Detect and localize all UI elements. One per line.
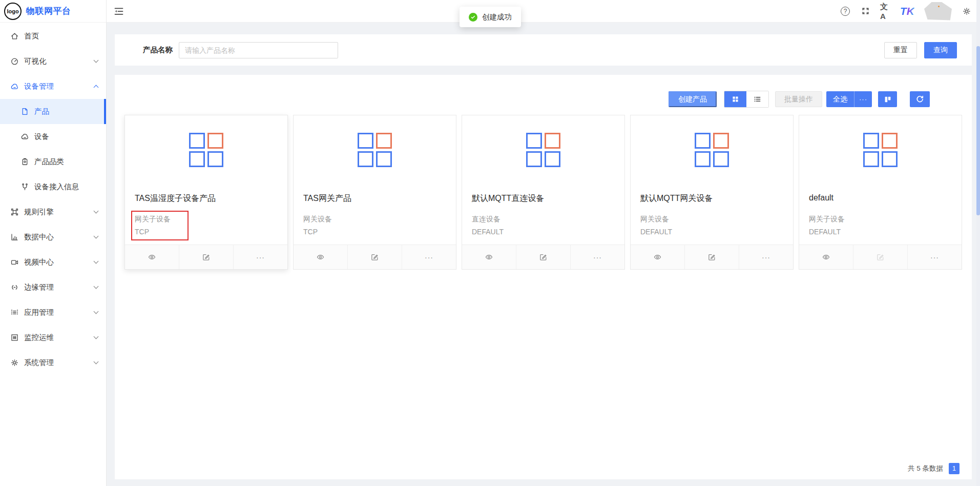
edit-button[interactable] [684, 245, 739, 269]
view-button[interactable] [462, 245, 516, 269]
create-product-button[interactable]: 创建产品 [669, 91, 717, 107]
product-card[interactable]: 默认MQTT网关设备 网关设备 DEFAULT ··· [630, 115, 794, 270]
sidebar-item-device[interactable]: 设备 [0, 124, 106, 149]
list-view-button[interactable] [746, 91, 768, 107]
sidebar-item-visualization[interactable]: 可视化 [0, 49, 106, 74]
product-card[interactable]: TAS网关产品 网关设备 TCP ··· [293, 115, 456, 270]
product-card[interactable]: TAS温湿度子设备产品 网关子设备 TCP ··· [124, 115, 288, 270]
help-icon[interactable]: ? [840, 6, 850, 16]
avatar[interactable] [924, 2, 952, 21]
card-view-button[interactable] [724, 91, 746, 107]
protocol: DEFAULT [640, 226, 672, 238]
edge-brackets-icon [10, 283, 19, 292]
query-button[interactable]: 查询 [924, 42, 957, 58]
sidebar-item-label: 视频中心 [24, 257, 54, 267]
column-settings-button[interactable] [878, 91, 897, 107]
batch-operation-button[interactable]: 批量操作 [775, 91, 822, 107]
app-list-icon [10, 308, 19, 317]
sidebar-item-home[interactable]: 首页 [0, 24, 106, 49]
sidebar-item-rule-engine[interactable]: 规则引擎 [0, 199, 106, 225]
view-button[interactable] [631, 245, 684, 269]
logo-row: logo 物联网平台 [0, 0, 106, 23]
edit-button[interactable] [347, 245, 402, 269]
select-all-split-button: 全选 ··· [826, 91, 872, 107]
product-grid-icon [125, 133, 287, 167]
translate-glyph: 文A [880, 2, 890, 21]
toolbar: 创建产品 批量操作 全选 ··· [669, 91, 930, 107]
product-title: 默认MQTT直连设备 [472, 193, 544, 204]
reset-button[interactable]: 重置 [884, 42, 917, 58]
square-blue [189, 133, 205, 149]
vertical-scrollbar[interactable] [976, 0, 980, 486]
view-button[interactable] [799, 245, 853, 269]
edit-icon [539, 253, 548, 261]
sidebar-item-system-management[interactable]: 系统管理 [0, 350, 106, 375]
sidebar-item-application-management[interactable]: 应用管理 [0, 300, 106, 325]
product-title: default [809, 193, 833, 202]
clipboard-icon [20, 157, 29, 166]
sidebar-item-data-center[interactable]: 数据中心 [0, 225, 106, 250]
edit-button[interactable] [516, 245, 570, 269]
more-button[interactable]: ··· [739, 245, 793, 269]
refresh-button[interactable] [910, 91, 930, 107]
product-card[interactable]: default 网关子设备 DEFAULT ··· [799, 115, 962, 270]
select-all-more-button[interactable]: ··· [854, 91, 872, 107]
square-blue [376, 151, 392, 167]
edit-icon [876, 253, 885, 261]
monitor-grid-icon [10, 333, 19, 342]
sidebar-item-label: 应用管理 [24, 308, 54, 317]
ellipsis-icon: ··· [762, 253, 770, 261]
node-type: 网关设备 [640, 213, 672, 226]
sidebar-item-monitoring-ops[interactable]: 监控运维 [0, 325, 106, 350]
brand-logo[interactable]: TK [900, 5, 914, 17]
more-button[interactable]: ··· [907, 245, 962, 269]
page-1-button[interactable]: 1 [949, 463, 960, 474]
sidebar-item-device-management[interactable]: 设备管理 [0, 74, 106, 99]
product-name-input[interactable] [179, 42, 338, 58]
settings-gear-icon[interactable] [962, 6, 972, 16]
square-blue [358, 151, 373, 167]
edit-icon [707, 253, 716, 261]
branch-icon [20, 183, 29, 191]
topbar: ? 文A TK [107, 0, 980, 23]
eye-icon [316, 253, 325, 261]
sidebar-item-product-category[interactable]: 产品品类 [0, 149, 106, 174]
sidebar-item-product[interactable]: 产品 [0, 99, 106, 124]
view-button[interactable] [294, 245, 347, 269]
square-orange [207, 133, 223, 149]
more-button[interactable]: ··· [402, 245, 456, 269]
scrollbar-thumb[interactable] [976, 46, 980, 215]
menu-fold-icon[interactable] [114, 6, 124, 16]
view-button[interactable] [125, 245, 179, 269]
more-button[interactable]: ··· [233, 245, 287, 269]
translate-icon[interactable]: 文A [880, 6, 890, 16]
product-name-label: 产品名称 [143, 45, 173, 55]
fullscreen-icon[interactable] [860, 6, 870, 16]
select-all-button[interactable]: 全选 [826, 91, 854, 107]
chevron-down-icon [94, 309, 99, 314]
ellipsis-icon: ··· [256, 253, 265, 261]
list-view-icon [754, 95, 761, 103]
product-title: 默认MQTT网关设备 [640, 193, 713, 204]
card-footer: ··· [799, 245, 962, 269]
chevron-down-icon [94, 209, 99, 214]
sidebar-item-label: 设备管理 [24, 82, 54, 91]
sidebar-item-device-access-info[interactable]: 设备接入信息 [0, 174, 106, 199]
ellipsis-icon: ··· [425, 253, 433, 261]
columns-icon [884, 95, 892, 104]
sidebar-item-video-center[interactable]: 视频中心 [0, 250, 106, 275]
ellipsis-icon: ··· [930, 253, 939, 261]
cloud-device-icon [10, 82, 19, 91]
product-card[interactable]: 默认MQTT直连设备 直连设备 DEFAULT ··· [462, 115, 625, 270]
edit-button-disabled [853, 245, 907, 269]
more-button[interactable]: ··· [570, 245, 624, 269]
card-footer: ··· [125, 245, 287, 269]
home-icon [10, 32, 19, 40]
chevron-down-icon [94, 234, 99, 239]
gear-icon [10, 358, 19, 367]
view-switcher [724, 91, 769, 108]
square-blue [526, 151, 542, 167]
edit-button[interactable] [179, 245, 233, 269]
sidebar-item-edge-management[interactable]: 边缘管理 [0, 275, 106, 300]
product-grid-icon [799, 133, 962, 167]
